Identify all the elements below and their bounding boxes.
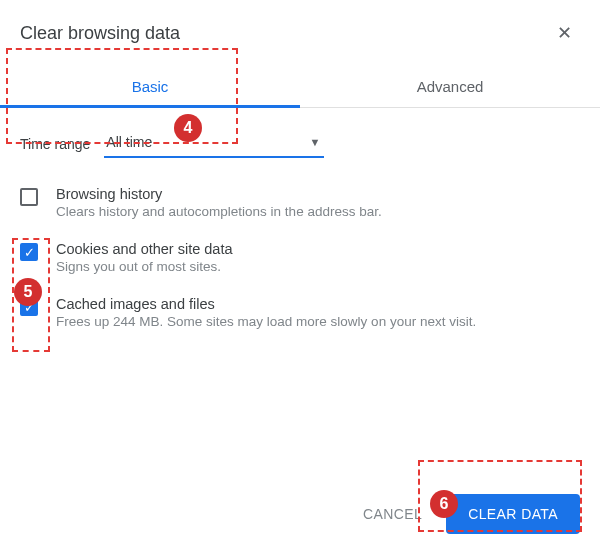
time-range-value: All time [106, 134, 152, 150]
chevron-down-icon: ▼ [309, 136, 320, 148]
option-title: Cookies and other site data [56, 241, 580, 257]
checkbox-cache[interactable]: ✓ [20, 298, 38, 316]
cancel-button[interactable]: CANCEL [355, 496, 430, 532]
tab-advanced[interactable]: Advanced [300, 64, 600, 107]
close-icon: ✕ [557, 23, 572, 43]
close-button[interactable]: ✕ [549, 18, 580, 48]
time-range-select[interactable]: All time ▼ [104, 130, 324, 158]
tab-basic[interactable]: Basic [0, 64, 300, 107]
option-desc: Frees up 244 MB. Some sites may load mor… [56, 314, 580, 329]
checkbox-browsing-history[interactable] [20, 188, 38, 206]
dialog-title: Clear browsing data [20, 23, 549, 44]
tabs-container: Basic Advanced [0, 64, 600, 108]
option-title: Browsing history [56, 186, 580, 202]
checkbox-cookies[interactable]: ✓ [20, 243, 38, 261]
option-desc: Clears history and autocompletions in th… [56, 204, 580, 219]
option-title: Cached images and files [56, 296, 580, 312]
check-icon: ✓ [24, 301, 35, 314]
clear-data-button[interactable]: CLEAR DATA [446, 494, 580, 534]
option-desc: Signs you out of most sites. [56, 259, 580, 274]
time-range-label: Time range [20, 136, 90, 152]
check-icon: ✓ [24, 246, 35, 259]
